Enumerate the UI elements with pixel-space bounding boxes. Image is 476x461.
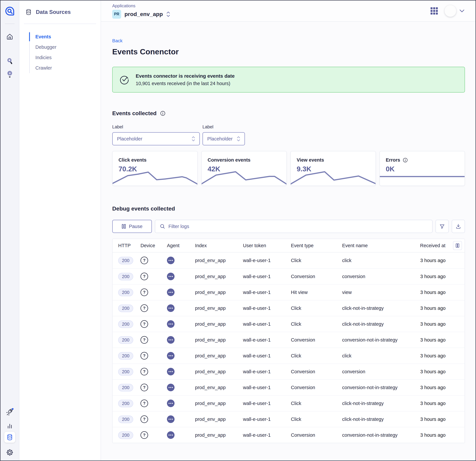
select-chevrons-icon xyxy=(191,136,195,142)
http-status-badge: 200 xyxy=(118,336,133,344)
pause-icon xyxy=(122,224,126,229)
table-row[interactable]: 200 ? prod_env_app wall-e-user-1 Convers… xyxy=(112,268,465,284)
events-collected-heading: Events collected xyxy=(112,110,156,117)
cell-user-token: wall-e-user-1 xyxy=(243,432,291,438)
col-http[interactable]: HTTP xyxy=(118,243,140,248)
http-status-badge: 200 xyxy=(118,304,133,312)
download-button[interactable] xyxy=(452,220,465,233)
col-device[interactable]: Device xyxy=(140,243,167,248)
cell-index: prod_env_app xyxy=(195,401,243,406)
pause-button[interactable]: Pause xyxy=(112,220,152,233)
nav-item-events[interactable]: Events xyxy=(30,32,97,42)
cell-event-type: Click xyxy=(291,401,342,406)
panel-nav: Events Debugger Indicies Crawler xyxy=(29,32,97,73)
banner-subtitle: 10,901 events received (in the last 24 h… xyxy=(136,81,235,86)
col-agent[interactable]: Agent xyxy=(167,243,195,248)
info-icon[interactable] xyxy=(160,111,165,116)
http-status-badge: 200 xyxy=(118,368,133,376)
user-menu[interactable] xyxy=(444,5,465,17)
funnel-icon xyxy=(440,224,445,229)
http-status-badge: 200 xyxy=(118,384,133,391)
pause-label: Pause xyxy=(129,224,143,229)
device-unknown-icon: ? xyxy=(140,288,148,296)
rail-divider xyxy=(5,24,15,24)
label-select-2[interactable]: Placeholder xyxy=(203,132,245,145)
sparkline-chart xyxy=(202,166,286,185)
info-icon[interactable] xyxy=(403,158,408,163)
table-row[interactable]: 200 ? prod_env_app wall-e-user-1 Convers… xyxy=(112,379,465,395)
col-index[interactable]: Index xyxy=(195,243,243,248)
table-row[interactable]: 200 ? prod_env_app wall-e-user-1 Convers… xyxy=(112,332,465,348)
cell-received-at: 3 hours ago xyxy=(420,369,462,374)
filter-logs-field[interactable] xyxy=(155,220,433,233)
home-icon[interactable] xyxy=(6,33,14,41)
cell-user-token: wall-e-user-1 xyxy=(243,258,291,263)
cell-received-at: 3 hours ago xyxy=(420,385,462,390)
label-select-1[interactable]: Placeholder xyxy=(112,132,200,145)
analytics-icon[interactable] xyxy=(6,422,13,429)
cell-user-token: wall-e-user-1 xyxy=(243,321,291,327)
cell-user-token: wall-e-user-1 xyxy=(243,306,291,311)
agent-icon xyxy=(167,384,175,391)
search-recommend-icon[interactable] xyxy=(6,57,14,65)
columns-toggle-button[interactable] xyxy=(453,241,462,250)
table-row[interactable]: 200 ? prod_env_app wall-e-user-1 Convers… xyxy=(112,363,465,379)
application-switcher[interactable]: Applications PR prod_env_app xyxy=(112,3,170,19)
check-circle-icon xyxy=(119,75,129,84)
select-chevrons-icon[interactable] xyxy=(166,11,170,17)
cell-event-name: conversion xyxy=(342,274,420,279)
select-value: Placeholder xyxy=(207,136,233,142)
cell-event-name: conversion xyxy=(342,369,420,374)
table-row[interactable]: 200 ? prod_env_app wall-e-user-1 Click c… xyxy=(112,411,465,427)
cell-index: prod_env_app xyxy=(195,290,243,295)
agent-icon xyxy=(167,257,175,264)
cell-event-type: Conversion xyxy=(291,274,342,279)
device-unknown-icon: ? xyxy=(140,368,148,375)
nav-item-debugger[interactable]: Debugger xyxy=(30,42,97,52)
app-grid-icon[interactable] xyxy=(431,7,438,15)
table-row[interactable]: 200 ? prod_env_app wall-e-user-1 Click c… xyxy=(112,348,465,363)
table-row[interactable]: 200 ? prod_env_app wall-e-user-1 Click c… xyxy=(112,252,465,268)
smart-suggestions-icon[interactable] xyxy=(6,70,13,78)
cell-index: prod_env_app xyxy=(195,369,243,374)
col-user-token[interactable]: User token xyxy=(243,243,291,248)
filter-logs-input[interactable] xyxy=(168,224,428,229)
algolia-logo-icon[interactable] xyxy=(5,6,15,16)
table-row[interactable]: 200 ? prod_env_app wall-e-user-1 Click c… xyxy=(112,300,465,316)
sparkline-chart xyxy=(380,166,465,185)
device-unknown-icon: ? xyxy=(140,320,148,328)
cell-received-at: 3 hours ago xyxy=(420,353,462,359)
nav-item-crawler[interactable]: Crawler xyxy=(30,63,97,73)
cell-event-name: click-not-in-strategy xyxy=(342,321,420,327)
settings-gear-icon[interactable] xyxy=(6,449,14,456)
table-row[interactable]: 200 ? prod_env_app wall-e-user-1 Hit vie… xyxy=(112,284,465,300)
cell-event-name: conversion-not-in-strategy xyxy=(342,432,420,438)
stat-card-errors: Errors 0K xyxy=(380,151,465,186)
cell-event-name: conversion-not-in-strategy xyxy=(342,337,420,343)
rocket-icon[interactable] xyxy=(5,407,14,416)
device-unknown-icon: ? xyxy=(140,415,148,423)
table-row[interactable]: 200 ? prod_env_app wall-e-user-1 Click c… xyxy=(112,316,465,332)
success-banner: Events connector is receiving events dat… xyxy=(112,67,465,92)
data-sources-icon-active[interactable] xyxy=(4,432,15,443)
stat-card-conversion-events: Conversion events 42K xyxy=(201,151,287,186)
cell-user-token: wall-e-user-1 xyxy=(243,417,291,422)
cell-user-token: wall-e-user-1 xyxy=(243,274,291,279)
device-unknown-icon: ? xyxy=(140,431,148,439)
col-event-type[interactable]: Event type xyxy=(291,243,342,248)
filter-button[interactable] xyxy=(435,220,449,233)
cell-event-name: click-not-in-strategy xyxy=(342,306,420,311)
cell-index: prod_env_app xyxy=(195,337,243,343)
agent-icon xyxy=(167,304,175,312)
back-link[interactable]: Back xyxy=(112,38,122,43)
agent-icon xyxy=(167,336,175,344)
http-status-badge: 200 xyxy=(118,257,133,264)
nav-item-indicies[interactable]: Indicies xyxy=(30,52,97,63)
table-row[interactable]: 200 ? prod_env_app wall-e-user-1 Convers… xyxy=(112,427,465,443)
avatar[interactable] xyxy=(444,5,456,17)
col-event-name[interactable]: Event name xyxy=(342,243,420,248)
cell-user-token: wall-e-user-1 xyxy=(243,369,291,374)
table-row[interactable]: 200 ? prod_env_app wall-e-user-1 Click c… xyxy=(112,395,465,411)
col-received-at[interactable]: Received at xyxy=(420,243,445,248)
http-status-badge: 200 xyxy=(118,289,133,296)
